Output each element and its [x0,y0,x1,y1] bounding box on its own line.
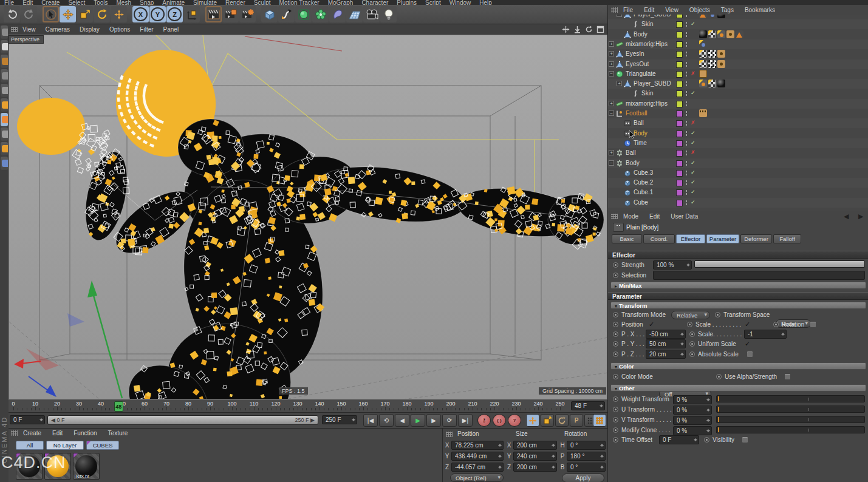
attr-menu-user-data[interactable]: User Data [671,213,698,220]
other-row-field[interactable]: 0 % [673,406,712,415]
object-row-player-subd[interactable]: +Player_SUBD [608,79,868,89]
object-label[interactable]: mixamorig:Hips [626,41,668,47]
object-row-mixamorig-hips[interactable]: +mixamorig:Hips [608,99,868,109]
menu-item-mograph[interactable]: MoGraph [328,0,354,5]
other-row-field[interactable]: 0 % [673,416,712,425]
visibility-dots-icon[interactable] [685,15,688,18]
layer-color-chip[interactable] [676,110,683,117]
disabled-x-icon[interactable]: ✗ [691,149,695,155]
anim-dot-icon[interactable] [613,322,618,327]
anim-dot-icon[interactable] [613,312,618,317]
object-label[interactable]: Football [626,110,648,117]
object-row-triangulate[interactable]: −Triangulate✗ [608,69,868,79]
grip-icon[interactable] [611,7,618,13]
py-field[interactable]: 50 cm [646,339,686,348]
other-row-slider[interactable] [716,395,865,402]
rotation-checkbox[interactable] [810,321,816,328]
layer-color-chip[interactable] [676,101,683,107]
visibility-dots-icon[interactable] [685,71,688,77]
visibility-dots-icon[interactable] [685,101,688,107]
om-menu-tags[interactable]: Tags [721,7,734,13]
preview-range-slider[interactable]: ◀ 0 F 250 F ▶ [47,415,318,425]
enabled-check-icon[interactable]: ✓ [691,130,695,136]
menu-item-simulate[interactable]: Simulate [193,0,217,5]
visibility-dots-icon[interactable] [685,131,688,137]
rotation-b-field[interactable]: 0 ° [567,463,606,472]
select-tool-icon[interactable] [43,6,59,22]
expander-icon[interactable]: − [609,160,614,166]
visibility-dots-icon[interactable] [685,150,688,156]
main-menubar[interactable]: FileEditCreateSelectToolsMeshSnapAnimate… [0,0,868,5]
subdivision-icon[interactable] [295,6,312,22]
other-row-field[interactable]: 0 % [673,426,712,435]
om-menu-edit[interactable]: Edit [644,7,654,13]
add-cube-icon[interactable] [261,6,278,22]
viewport-menu-filter[interactable]: Filter [140,26,153,33]
enabled-check-icon[interactable]: ✓ [691,179,695,185]
attr-tab-parameter[interactable]: Parameter [706,234,739,243]
viewport-menu-display[interactable]: Display [80,26,100,33]
menu-item-create[interactable]: Create [41,0,60,5]
om-menu-file[interactable]: File [623,7,633,13]
object-row-skin[interactable]: Skin✓ [608,19,868,29]
enabled-check-icon[interactable]: ✓ [691,140,695,146]
enabled-check-icon[interactable]: ✓ [691,169,695,175]
parameter-section-header[interactable]: Parameter [608,292,868,300]
anim-dot-icon[interactable] [773,322,779,327]
anim-dot-icon[interactable] [613,437,618,443]
move-tool-icon[interactable] [60,6,76,22]
visibility-dots-icon[interactable] [685,41,688,47]
anim-dot-icon[interactable] [613,374,618,379]
render-settings-icon[interactable] [239,6,256,22]
play-forward-button[interactable]: ▶ [411,414,425,427]
material-menu-texture[interactable]: Texture [108,430,128,436]
left-toolbar-icon-0[interactable] [1,25,8,39]
object-row-cube[interactable]: Cube✓ [608,198,868,208]
redo-icon[interactable] [21,6,37,22]
visibility-dots-icon[interactable] [685,180,688,186]
menu-item-help[interactable]: Help [479,0,492,5]
layer-color-chip[interactable] [676,150,683,157]
uniform-scale-checkbox[interactable]: ✓ [744,341,751,347]
spline-pen-icon[interactable] [278,6,295,22]
rotation-p-field[interactable]: 180 ° [567,452,606,461]
object-row-skin[interactable]: Skin✓ [608,89,868,98]
strength-slider[interactable] [694,260,865,268]
layer-color-chip[interactable] [676,200,683,206]
current-frame-field[interactable]: 0 F [10,415,45,424]
visibility-dots-icon[interactable] [685,189,688,195]
current-frame-readout[interactable]: 48 F [571,401,605,410]
axis-x-button[interactable]: X [132,6,149,22]
left-toolbar-icon-6[interactable] [1,113,8,126]
visibility-dots-icon[interactable] [685,21,688,27]
left-toolbar-icon-5[interactable] [1,98,8,112]
disabled-x-icon[interactable]: ✗ [691,120,695,126]
anim-dot-icon[interactable] [715,312,720,317]
dotblue-tag-icon[interactable] [699,40,707,48]
anim-dot-icon[interactable] [613,351,618,357]
enabled-check-icon[interactable]: ✓ [691,21,695,27]
visibility-dots-icon[interactable] [685,81,688,87]
layer-color-chip[interactable] [676,32,683,38]
grip-icon[interactable] [446,432,453,437]
viewport-menu-cameras[interactable]: Cameras [46,26,70,33]
object-label[interactable]: Ball [626,149,636,156]
anim-dot-icon[interactable] [704,437,709,443]
position-y-field[interactable]: 436.449 cm [451,452,504,461]
visibility-dots-icon[interactable] [685,90,688,97]
om-menu-bookmarks[interactable]: Bookmarks [745,7,775,13]
absolute-scale-checkbox[interactable] [747,351,753,358]
sphere-tag-icon[interactable] [717,15,725,18]
object-label[interactable]: Ball [634,120,644,126]
anim-dot-icon[interactable] [613,396,618,402]
render-picture-icon[interactable] [222,6,239,22]
object-label[interactable]: Triangulate [626,70,656,77]
mograph-icon[interactable] [312,6,329,22]
enabled-check-icon[interactable]: ✓ [691,160,695,166]
attr-tab-falloff[interactable]: Falloff [773,234,801,243]
expander-icon[interactable]: + [609,101,614,106]
anim-dot-icon[interactable] [689,351,695,357]
other-row-slider[interactable] [716,426,865,433]
menu-item-animate[interactable]: Animate [162,0,185,5]
object-label[interactable]: Player_SUBD [634,15,671,18]
